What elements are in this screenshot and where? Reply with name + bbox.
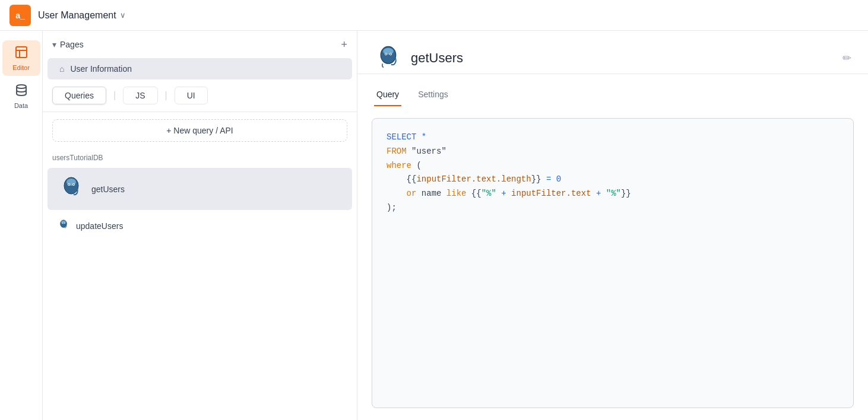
editor-icon [14, 45, 28, 62]
pg-icon-getusers [57, 174, 85, 204]
pages-chevron[interactable]: ▾ [52, 40, 56, 49]
data-icon [14, 83, 28, 100]
db-label: usersTutorialDB [43, 149, 357, 167]
query-item-getusers[interactable]: getUsers [47, 168, 352, 210]
app-icon[interactable]: a_ [9, 5, 31, 26]
home-icon: ⌂ [59, 64, 64, 74]
main-layout: Editor Data ▾ Pages + ⌂ User [0, 31, 868, 420]
content-tab-settings[interactable]: Settings [416, 84, 451, 106]
pg-icon-header [374, 43, 403, 74]
tab-js[interactable]: JS [123, 87, 157, 104]
add-page-button[interactable]: + [341, 39, 347, 50]
tab-divider-1: | [111, 87, 118, 104]
query-item-getusers-label: getUsers [91, 184, 125, 194]
query-tabs: Queries | JS | UI [43, 79, 357, 112]
new-query-button[interactable]: + New query / API [52, 119, 347, 142]
svg-rect-0 [16, 47, 27, 58]
query-item-updateusers[interactable]: updateUsers [47, 212, 352, 239]
svg-point-3 [17, 85, 26, 88]
page-item-user-information[interactable]: ⌂ User Information [47, 58, 352, 79]
sidebar-icons: Editor Data [0, 31, 43, 420]
code-line-3: where ( [387, 159, 839, 173]
sidebar-item-data-label: Data [14, 102, 28, 109]
pg-icon-updateusers [57, 218, 70, 233]
svg-point-15 [64, 223, 65, 224]
svg-point-9 [73, 184, 74, 185]
query-item-updateusers-label: updateUsers [76, 221, 123, 231]
code-line-2: FROM "users" [387, 145, 839, 159]
topbar: a_ User Management ∨ [0, 0, 868, 31]
page-item-label: User Information [70, 64, 131, 74]
pages-label: Pages [60, 40, 84, 49]
sidebar-item-data[interactable]: Data [2, 78, 40, 114]
sidebar-item-editor[interactable]: Editor [2, 40, 40, 76]
svg-point-21 [390, 53, 391, 55]
code-line-6: ); [387, 201, 839, 215]
svg-point-20 [385, 53, 387, 55]
code-line-4: {{inputFilter.text.length}} = 0 [387, 173, 839, 187]
pages-header: ▾ Pages + [43, 31, 357, 58]
query-title: getUsers [411, 50, 463, 66]
app-name: User Management ∨ [38, 10, 126, 21]
tab-queries[interactable]: Queries [52, 87, 106, 104]
code-editor[interactable]: SELECT * FROM "users" where ( {{inputFil… [372, 118, 854, 408]
svg-point-14 [62, 223, 63, 224]
svg-point-17 [383, 48, 394, 55]
code-line-1: SELECT * [387, 131, 839, 145]
tab-divider-2: | [163, 87, 170, 104]
app-dropdown-chevron[interactable]: ∨ [120, 11, 126, 20]
tab-ui[interactable]: UI [175, 87, 208, 104]
query-header: getUsers ✏ [357, 31, 868, 74]
edit-icon[interactable]: ✏ [842, 52, 851, 65]
left-panel: ▾ Pages + ⌂ User Information Queries | J… [43, 31, 357, 420]
svg-point-8 [68, 184, 69, 185]
content-tabs: Query Settings [357, 84, 868, 106]
content-tab-query[interactable]: Query [374, 84, 401, 106]
code-line-5: or name like {{"%" + inputFilter.text + … [387, 187, 839, 201]
sidebar-item-editor-label: Editor [12, 64, 30, 71]
main-content: getUsers ✏ Query Settings SELECT * FROM … [357, 31, 868, 420]
